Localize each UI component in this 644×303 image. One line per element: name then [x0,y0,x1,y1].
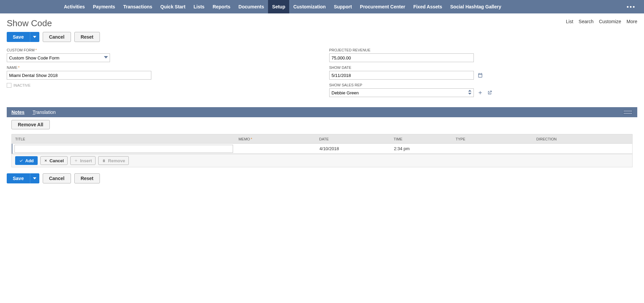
page-link-search[interactable]: Search [579,19,594,24]
remove-button[interactable]: Remove [98,156,129,165]
save-button[interactable]: Save [7,32,30,42]
top-nav-items: ActivitiesPaymentsTransactionsQuick Star… [60,0,505,13]
plus-icon[interactable] [477,90,483,96]
col-type: TYPE [452,137,533,141]
show-date-input[interactable] [329,71,474,80]
label-inactive: INACTIVE [13,83,31,87]
col-date: DATE [316,137,390,141]
label-show-sales-rep: SHOW SALES REP [329,83,638,87]
cell-date[interactable]: 4/10/2018 [316,146,390,151]
nav-reports[interactable]: Reports [209,0,234,13]
field-show-date: SHOW DATE [329,66,638,80]
form-left-column: CUSTOM FORM* NAME* INACTIVE [7,48,316,100]
save-split-button-bottom[interactable]: Save [7,173,39,183]
reset-button[interactable]: Reset [74,32,100,42]
col-time: TIME [390,137,452,141]
add-button[interactable]: Add [15,156,38,165]
show-sales-rep-input[interactable] [329,88,474,97]
label-custom-form: CUSTOM FORM* [7,48,316,52]
custom-form-select[interactable] [7,53,110,62]
notes-grid: TITLE MEMO* DATE TIME TYPE DIRECTION 4/1… [11,134,633,154]
grid-row[interactable]: 4/10/2018 2:34 pm [12,144,632,154]
home-icon[interactable] [44,4,50,10]
required-mark: * [18,66,20,70]
row-cancel-button[interactable]: Cancel [40,156,68,165]
field-inactive: INACTIVE [7,83,316,88]
insert-button[interactable]: Insert [70,156,96,165]
save-button-bottom[interactable]: Save [7,173,30,183]
calendar-icon[interactable] [477,72,483,78]
cancel-button[interactable]: Cancel [43,32,71,42]
grid-actions: Add Cancel Insert Remove [11,154,633,167]
save-split-button[interactable]: Save [7,32,39,42]
save-dropdown-caret[interactable] [30,32,39,42]
cell-title [12,144,235,154]
reset-button-bottom[interactable]: Reset [74,173,100,183]
subtab-translation[interactable]: Translation [33,110,56,115]
action-row-bottom: Save Cancel Reset [7,173,637,183]
cell-time[interactable]: 2:34 pm [390,146,452,151]
top-nav-overflow-icon[interactable] [624,6,637,8]
grid-header: TITLE MEMO* DATE TIME TYPE DIRECTION [12,134,632,144]
page-links: ListSearchCustomizeMore [566,19,637,24]
col-direction: DIRECTION [533,137,632,141]
col-title: TITLE [12,137,235,141]
required-mark: * [251,137,252,141]
field-name: NAME* [7,66,316,80]
top-nav-icons [13,4,50,10]
action-row-top: Save Cancel Reset [7,32,637,42]
nav-fixed-assets[interactable]: Fixed Assets [409,0,446,13]
nav-quick-start[interactable]: Quick Start [156,0,190,13]
subtab-notes[interactable]: Notes [11,110,25,115]
nav-activities[interactable]: Activities [60,0,89,13]
inactive-checkbox[interactable] [7,83,11,88]
custom-form-input[interactable] [7,53,110,62]
layout-toggle-icon[interactable] [623,109,633,116]
label-name: NAME* [7,66,316,70]
projected-revenue-input[interactable] [329,53,474,62]
label-show-date: SHOW DATE [329,66,638,70]
cancel-button-bottom[interactable]: Cancel [43,173,71,183]
nav-documents[interactable]: Documents [234,0,268,13]
notes-tab-body: Remove All [7,117,637,129]
nav-setup[interactable]: Setup [268,0,289,13]
col-memo: MEMO* [235,137,316,141]
title-input[interactable] [14,145,233,153]
nav-social-hashtag-gallery[interactable]: Social Hashtag Gallery [446,0,505,13]
nav-transactions[interactable]: Transactions [119,0,156,13]
nav-lists[interactable]: Lists [189,0,209,13]
field-show-sales-rep: SHOW SALES REP [329,83,638,97]
remove-all-button[interactable]: Remove All [11,120,50,129]
page-title: Show Code [7,18,52,29]
top-nav: ActivitiesPaymentsTransactionsQuick Star… [0,0,644,13]
open-in-new-icon[interactable] [487,90,493,96]
nav-support[interactable]: Support [330,0,356,13]
history-icon[interactable] [13,4,20,10]
star-icon[interactable] [29,4,35,10]
subtab-bar: NotesTranslation [7,107,637,117]
label-projected-revenue: PROJECTED REVENUE [329,48,638,52]
nav-payments[interactable]: Payments [89,0,119,13]
nav-procurement-center[interactable]: Procurement Center [356,0,409,13]
save-dropdown-caret-bottom[interactable] [30,173,39,183]
name-input[interactable] [7,71,151,80]
form-right-column: PROJECTED REVENUE SHOW DATE SHOW SALES R… [329,48,638,100]
nav-customization[interactable]: Customization [289,0,330,13]
form-area: CUSTOM FORM* NAME* INACTIVE [7,48,637,100]
field-projected-revenue: PROJECTED REVENUE [329,48,638,62]
page-link-customize[interactable]: Customize [599,19,621,24]
required-mark: * [35,48,37,52]
show-sales-rep-select[interactable] [329,88,474,97]
field-custom-form: CUSTOM FORM* [7,48,316,62]
page-link-list[interactable]: List [566,19,573,24]
page-link-more[interactable]: More [627,19,637,24]
